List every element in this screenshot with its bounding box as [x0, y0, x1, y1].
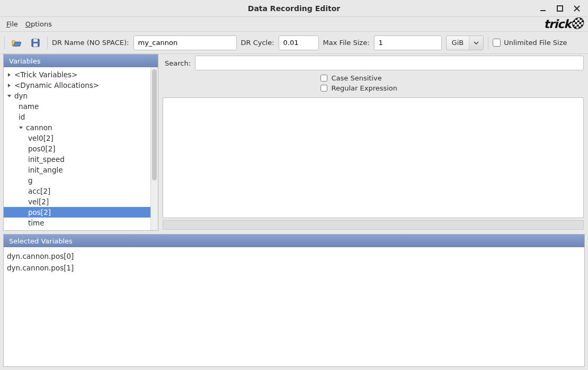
size-unit-caret[interactable] — [469, 36, 483, 50]
status-strip — [163, 220, 584, 230]
svg-rect-4 — [33, 43, 38, 47]
tree-node-label: name — [19, 101, 39, 112]
dr-name-label: DR Name (NO SPACE): — [52, 39, 129, 47]
tree-node-label: vel0[2] — [28, 133, 54, 143]
brand-logo: trick — [544, 17, 584, 31]
variables-panel: Variables <Trick Variables> <Dynamic All… — [3, 54, 158, 231]
maximize-button[interactable] — [555, 4, 565, 13]
folder-open-icon — [11, 38, 22, 48]
max-file-size-label: Max File Size: — [323, 39, 370, 47]
tree-node-trick-variables[interactable]: <Trick Variables> — [4, 69, 150, 80]
tree-node-g[interactable]: g — [4, 175, 150, 186]
open-button[interactable] — [9, 35, 24, 50]
separator — [4, 37, 5, 49]
menu-file[interactable]: File — [4, 19, 20, 29]
menu-options[interactable]: Options — [23, 19, 54, 29]
tree-node-pos[interactable]: pos[2] — [4, 207, 150, 218]
separator — [488, 37, 488, 49]
menubar: File File Options Options trick — [0, 17, 588, 32]
max-file-size-input[interactable] — [374, 35, 442, 50]
dr-cycle-input[interactable] — [279, 35, 319, 50]
tree-node-label: <Trick Variables> — [14, 69, 77, 80]
size-unit-label: GiB — [447, 36, 470, 50]
titlebar: Data Recording Editor — [0, 0, 588, 17]
caret-collapsed-icon — [6, 82, 12, 88]
regex-label: Regular Expression — [332, 84, 398, 92]
close-icon — [573, 5, 581, 12]
scrollbar-thumb[interactable] — [152, 69, 157, 181]
save-button[interactable] — [28, 35, 43, 50]
tree-node-label: <Dynamic Allocations> — [14, 80, 99, 91]
floppy-disk-icon — [30, 38, 41, 48]
tree-node-dyn-cannon[interactable]: cannon — [4, 122, 150, 133]
minimize-button[interactable] — [538, 4, 548, 13]
tree-node-init-speed[interactable]: init_speed — [4, 154, 150, 165]
caret-collapsed-icon — [6, 71, 12, 78]
svg-rect-3 — [33, 39, 38, 42]
tree-node-label: vel[2] — [28, 196, 49, 207]
search-results-box[interactable] — [163, 97, 584, 218]
window-title: Data Recording Editor — [0, 4, 588, 13]
size-unit-dropdown[interactable]: GiB — [446, 35, 484, 50]
tree-node-dyn[interactable]: dyn — [4, 91, 150, 101]
search-row: Search: — [162, 54, 585, 72]
svg-rect-1 — [557, 6, 563, 11]
tree-node-pos0[interactable]: pos0[2] — [4, 143, 150, 154]
list-item-label: dyn.cannon.pos[0] — [7, 252, 74, 260]
tree-node-label: init_angle — [28, 165, 63, 175]
maximize-icon — [556, 5, 564, 12]
toolbar: DR Name (NO SPACE): DR Cycle: Max File S… — [0, 32, 588, 54]
case-sensitive-label: Case Sensitive — [332, 74, 382, 82]
variables-scrollbar[interactable] — [150, 67, 158, 230]
brand-text: trick — [544, 17, 571, 31]
list-item[interactable]: dyn.cannon.pos[0] — [6, 250, 582, 262]
selected-variables-list[interactable]: dyn.cannon.pos[0] dyn.cannon.pos[1] — [4, 247, 584, 366]
tree-node-init-angle[interactable]: init_angle — [4, 165, 150, 175]
checkered-flag-icon — [572, 17, 585, 29]
unlimited-file-size-label: Unlimited File Size — [504, 39, 567, 47]
search-options: Case Sensitive Regular Expression — [162, 72, 585, 96]
tree-node-label: dyn — [14, 91, 28, 101]
tree-node-dyn-name[interactable]: name — [4, 101, 150, 112]
list-item-label: dyn.cannon.pos[1] — [7, 264, 74, 272]
dr-name-input[interactable] — [133, 35, 237, 50]
tree-node-label: id — [19, 112, 25, 122]
regex-checkbox[interactable] — [320, 85, 327, 92]
case-sensitive-checkbox[interactable] — [320, 75, 327, 82]
tree-node-label: g — [28, 175, 33, 186]
selected-variables-header: Selected Variables — [4, 234, 584, 247]
chevron-down-icon — [474, 40, 479, 46]
caret-expanded-icon — [17, 124, 24, 131]
unlimited-file-size-checkbox[interactable] — [493, 39, 501, 47]
menu-options-rest: ptions — [31, 20, 52, 28]
selected-variables-panel: Selected Variables dyn.cannon.pos[0] dyn… — [3, 234, 585, 367]
variables-tree-body: <Trick Variables> <Dynamic Allocations> … — [4, 67, 158, 230]
variables-tree[interactable]: <Trick Variables> <Dynamic Allocations> … — [4, 67, 150, 230]
tree-node-vel[interactable]: vel[2] — [4, 196, 150, 207]
tree-node-dynamic-allocations[interactable]: <Dynamic Allocations> — [4, 80, 150, 91]
tree-node-label: pos0[2] — [28, 143, 56, 154]
tree-node-label: time — [28, 218, 44, 228]
close-button[interactable] — [572, 4, 582, 13]
tree-node-acc[interactable]: acc[2] — [4, 186, 150, 196]
dr-cycle-label: DR Cycle: — [241, 39, 274, 47]
svg-rect-0 — [540, 10, 546, 11]
window-controls — [538, 4, 588, 13]
middle-split: Variables <Trick Variables> <Dynamic All… — [0, 54, 588, 234]
search-input[interactable] — [195, 56, 584, 70]
separator — [47, 37, 48, 49]
tree-node-dyn-id[interactable]: id — [4, 112, 150, 122]
list-item[interactable]: dyn.cannon.pos[1] — [6, 262, 582, 274]
tree-node-label: cannon — [26, 122, 52, 133]
variables-panel-header: Variables — [4, 55, 158, 67]
search-label: Search: — [165, 59, 191, 67]
tree-node-vel0[interactable]: vel0[2] — [4, 133, 150, 143]
minimize-icon — [539, 5, 547, 12]
unlimited-file-size-row: Unlimited File Size — [493, 39, 567, 47]
right-panel: Search: Case Sensitive Regular Expressio… — [162, 54, 585, 231]
caret-expanded-icon — [6, 93, 12, 99]
tree-node-label: init_speed — [28, 154, 65, 165]
tree-node-time[interactable]: time — [4, 218, 150, 228]
menu-file-rest: ile — [10, 20, 18, 28]
tree-node-label: acc[2] — [28, 186, 50, 196]
